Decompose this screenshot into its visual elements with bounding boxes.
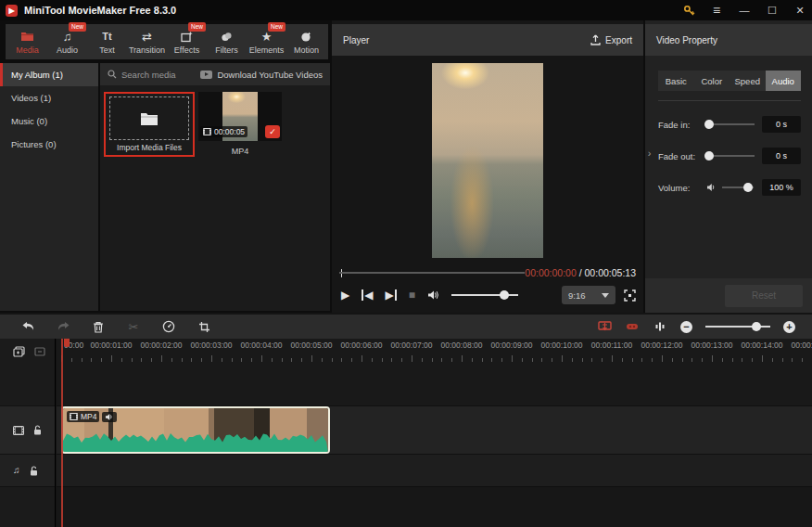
fade-out-slider[interactable] — [706, 155, 755, 157]
maximize-button[interactable]: ☐ — [760, 1, 784, 19]
previous-frame-button[interactable]: ◀ — [362, 289, 373, 301]
seek-bar[interactable]: 00:00:00:00 / 00:00:05:13 — [341, 267, 636, 278]
media-clip-thumbnail[interactable]: 00:00:05 ✓ — [198, 92, 282, 141]
tab-effects[interactable]: New Effects — [167, 25, 207, 58]
volume-icon[interactable] — [427, 289, 439, 301]
ruler-label: 00:00:02:00 — [141, 341, 183, 350]
delete-button[interactable] — [91, 319, 106, 334]
license-key-icon[interactable] — [677, 1, 701, 19]
ruler-tick — [301, 358, 302, 362]
tab-audio-property[interactable]: Audio — [766, 71, 802, 91]
sidebar-item-label: Pictures (0) — [11, 139, 57, 149]
ruler-tick — [762, 355, 763, 362]
volume-property-handle[interactable] — [743, 183, 753, 192]
redo-button[interactable] — [56, 319, 70, 334]
fade-in-value[interactable]: 0 s — [762, 116, 801, 133]
ruler-tick — [482, 358, 483, 362]
undo-button[interactable] — [20, 319, 35, 334]
timeline-ruler[interactable]: 00:0000:00:01:0000:00:02:0000:00:03:0000… — [57, 339, 812, 364]
speed-button[interactable] — [161, 319, 176, 334]
menu-icon[interactable]: ≡ — [704, 1, 729, 19]
export-frames-icon[interactable] — [597, 319, 612, 334]
playhead[interactable] — [61, 339, 63, 527]
volume-handle[interactable] — [500, 290, 509, 300]
ruler-tick — [672, 358, 673, 362]
export-button[interactable]: Export — [590, 34, 632, 45]
search-media-input[interactable]: Search media — [108, 70, 176, 80]
transition-arrows-icon: ⇄ — [142, 30, 152, 44]
tab-media[interactable]: Media — [7, 25, 47, 58]
panel-collapse-handle[interactable]: › — [645, 139, 653, 167]
window-title: MiniTool MovieMaker Free 8.3.0 — [24, 5, 176, 16]
tab-audio[interactable]: New ♫ Audio — [47, 25, 87, 58]
import-drop-zone[interactable] — [109, 96, 189, 140]
ruler-tick — [732, 358, 733, 362]
minimize-button[interactable]: — — [732, 1, 756, 19]
volume-property-slider[interactable] — [722, 186, 754, 188]
remove-track-icon[interactable] — [34, 347, 45, 356]
zoom-in-button[interactable]: + — [783, 321, 795, 333]
ruler-tick — [82, 358, 82, 362]
property-body: Basic Color Speed Audio Fade in: 0 s Fad… — [645, 58, 812, 313]
download-youtube-button[interactable]: Download YouTube Videos — [200, 70, 323, 80]
fullscreen-icon[interactable] — [624, 289, 636, 302]
video-track-row[interactable]: MP4 — [57, 405, 812, 455]
zoom-out-button[interactable]: − — [680, 321, 692, 333]
media-clip-card[interactable]: 00:00:05 ✓ MP4 — [198, 92, 282, 156]
timeline-zoom-slider[interactable] — [705, 326, 770, 328]
fade-out-handle[interactable] — [704, 151, 714, 161]
sidebar-item-music[interactable]: Music (0) — [0, 109, 98, 133]
fade-in-slider[interactable] — [706, 123, 755, 125]
video-track-lock-icon[interactable] — [33, 425, 42, 435]
add-track-icon[interactable] — [13, 346, 25, 357]
tab-elements[interactable]: New ★ Elements — [247, 25, 286, 58]
sidebar-item-my-album[interactable]: My Album (1) — [0, 63, 98, 86]
speaker-icon — [706, 183, 717, 192]
sidebar-item-videos[interactable]: Videos (1) — [0, 86, 98, 109]
import-media-card[interactable]: Import Media Files — [104, 92, 195, 157]
timeline-panel: ✂ − + — [0, 313, 812, 527]
audio-track-row[interactable] — [57, 455, 812, 487]
tab-transition[interactable]: ⇄ Transition — [127, 25, 167, 58]
playhead-handle[interactable] — [64, 339, 70, 347]
video-preview[interactable] — [432, 63, 543, 258]
audio-detach-icon[interactable] — [625, 319, 640, 334]
fade-out-value[interactable]: 0 s — [762, 148, 801, 164]
ruler-label: 00:00:01:00 — [91, 341, 133, 350]
audio-track-lock-icon[interactable] — [30, 466, 38, 476]
volume-value[interactable]: 100 % — [762, 179, 801, 196]
tab-color[interactable]: Color — [694, 71, 730, 91]
seek-track[interactable] — [339, 272, 525, 274]
volume-slider[interactable] — [451, 294, 518, 296]
fade-in-handle[interactable] — [704, 120, 714, 129]
fade-out-row: Fade out: 0 s — [658, 148, 801, 164]
ruler-tick — [662, 355, 663, 362]
close-button[interactable]: ✕ — [788, 1, 812, 19]
tab-speed[interactable]: Speed — [730, 71, 766, 91]
timeline-body: ♫ 00:0000:00:01:0000:00:02:0000:00:03:00… — [0, 339, 812, 527]
empty-track-row[interactable] — [57, 364, 812, 405]
ruler-tick — [191, 358, 192, 362]
stop-button[interactable]: ■ — [409, 289, 415, 301]
aspect-ratio-dropdown[interactable]: 9:16 — [562, 286, 615, 304]
ruler-tick — [222, 358, 222, 362]
timeline-clip[interactable]: MP4 — [61, 406, 330, 454]
ruler-tick — [612, 355, 613, 362]
tab-text[interactable]: Tt Text — [87, 25, 127, 58]
sidebar-item-pictures[interactable]: Pictures (0) — [0, 133, 98, 156]
ruler-tick — [391, 358, 392, 362]
tab-motion[interactable]: Motion — [286, 25, 326, 58]
timeline-zoom-handle[interactable] — [752, 322, 761, 331]
split-button[interactable]: ✂ — [126, 319, 141, 334]
ruler-tick — [141, 358, 142, 362]
crop-button[interactable] — [197, 319, 211, 334]
tab-basic[interactable]: Basic — [658, 71, 694, 91]
reset-button[interactable]: Reset — [725, 285, 803, 307]
tab-filters[interactable]: Filters — [207, 25, 247, 58]
next-frame-button[interactable]: ▶ — [385, 289, 396, 301]
play-button[interactable]: ▶ — [341, 289, 349, 301]
ruler-label: 00:00:08:00 — [441, 341, 483, 350]
time-separator: / — [577, 267, 585, 278]
clip-waveform — [63, 431, 328, 452]
audio-level-icon[interactable] — [653, 319, 667, 334]
